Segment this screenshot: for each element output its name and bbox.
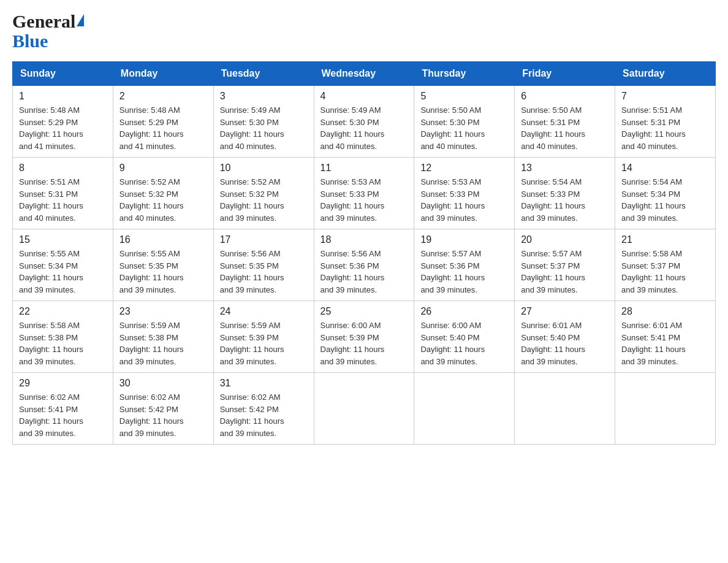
calendar-cell: 16Sunrise: 5:55 AMSunset: 5:35 PMDayligh… <box>113 229 213 301</box>
day-info: Sunrise: 5:50 AMSunset: 5:30 PMDaylight:… <box>420 104 508 152</box>
logo-blue-text: Blue <box>12 31 85 52</box>
day-number: 27 <box>521 306 609 317</box>
calendar-cell: 24Sunrise: 5:59 AMSunset: 5:39 PMDayligh… <box>213 301 314 373</box>
day-number: 28 <box>621 306 709 317</box>
calendar-cell <box>414 373 515 445</box>
calendar-header: Sunday Monday Tuesday Wednesday Thursday… <box>13 62 716 86</box>
logo: General Blue <box>12 12 85 52</box>
calendar-cell: 4Sunrise: 5:49 AMSunset: 5:30 PMDaylight… <box>314 86 414 158</box>
day-info: Sunrise: 5:56 AMSunset: 5:36 PMDaylight:… <box>320 248 408 296</box>
day-info: Sunrise: 5:53 AMSunset: 5:33 PMDaylight:… <box>320 176 408 224</box>
calendar-cell: 14Sunrise: 5:54 AMSunset: 5:34 PMDayligh… <box>615 158 716 229</box>
day-info: Sunrise: 5:53 AMSunset: 5:33 PMDaylight:… <box>420 176 508 224</box>
day-info: Sunrise: 5:55 AMSunset: 5:35 PMDaylight:… <box>119 248 207 296</box>
day-number: 12 <box>420 163 508 174</box>
calendar-cell: 27Sunrise: 6:01 AMSunset: 5:40 PMDayligh… <box>515 301 615 373</box>
calendar-cell: 21Sunrise: 5:58 AMSunset: 5:37 PMDayligh… <box>615 229 716 301</box>
day-number: 5 <box>420 91 508 102</box>
day-info: Sunrise: 6:02 AMSunset: 5:41 PMDaylight:… <box>19 391 107 439</box>
day-info: Sunrise: 6:01 AMSunset: 5:41 PMDaylight:… <box>621 320 709 367</box>
day-info: Sunrise: 5:57 AMSunset: 5:36 PMDaylight:… <box>420 248 508 296</box>
calendar-cell: 23Sunrise: 5:59 AMSunset: 5:38 PMDayligh… <box>113 301 213 373</box>
calendar-week-row: 15Sunrise: 5:55 AMSunset: 5:34 PMDayligh… <box>13 229 716 301</box>
day-number: 7 <box>621 91 709 102</box>
header-thursday: Thursday <box>414 62 515 86</box>
day-info: Sunrise: 5:48 AMSunset: 5:29 PMDaylight:… <box>119 104 207 152</box>
day-number: 17 <box>220 234 308 245</box>
day-number: 30 <box>119 378 207 389</box>
calendar-cell: 6Sunrise: 5:50 AMSunset: 5:31 PMDaylight… <box>515 86 615 158</box>
calendar-cell: 13Sunrise: 5:54 AMSunset: 5:33 PMDayligh… <box>515 158 615 229</box>
calendar-week-row: 29Sunrise: 6:02 AMSunset: 5:41 PMDayligh… <box>13 373 716 445</box>
day-number: 4 <box>320 91 408 102</box>
calendar-cell: 5Sunrise: 5:50 AMSunset: 5:30 PMDaylight… <box>414 86 515 158</box>
day-info: Sunrise: 5:48 AMSunset: 5:29 PMDaylight:… <box>19 104 107 152</box>
day-number: 8 <box>19 163 107 174</box>
calendar-body: 1Sunrise: 5:48 AMSunset: 5:29 PMDaylight… <box>13 86 716 445</box>
day-number: 15 <box>19 234 107 245</box>
day-number: 25 <box>320 306 408 317</box>
day-info: Sunrise: 5:49 AMSunset: 5:30 PMDaylight:… <box>220 104 308 152</box>
day-number: 14 <box>621 163 709 174</box>
day-info: Sunrise: 5:55 AMSunset: 5:34 PMDaylight:… <box>19 248 107 296</box>
header-saturday: Saturday <box>615 62 716 86</box>
calendar-cell <box>515 373 615 445</box>
calendar-cell: 12Sunrise: 5:53 AMSunset: 5:33 PMDayligh… <box>414 158 515 229</box>
calendar-cell: 20Sunrise: 5:57 AMSunset: 5:37 PMDayligh… <box>515 229 615 301</box>
day-info: Sunrise: 5:50 AMSunset: 5:31 PMDaylight:… <box>521 104 609 152</box>
calendar-cell: 8Sunrise: 5:51 AMSunset: 5:31 PMDaylight… <box>13 158 113 229</box>
day-info: Sunrise: 5:51 AMSunset: 5:31 PMDaylight:… <box>19 176 107 224</box>
day-number: 16 <box>119 234 207 245</box>
day-number: 6 <box>521 91 609 102</box>
header-tuesday: Tuesday <box>213 62 314 86</box>
day-info: Sunrise: 5:51 AMSunset: 5:31 PMDaylight:… <box>621 104 709 152</box>
day-number: 9 <box>119 163 207 174</box>
calendar-table: Sunday Monday Tuesday Wednesday Thursday… <box>12 61 716 445</box>
calendar-cell: 1Sunrise: 5:48 AMSunset: 5:29 PMDaylight… <box>13 86 113 158</box>
header-friday: Friday <box>515 62 615 86</box>
header-monday: Monday <box>113 62 213 86</box>
day-info: Sunrise: 6:00 AMSunset: 5:39 PMDaylight:… <box>320 320 408 367</box>
page-header: General Blue <box>12 12 716 52</box>
calendar-cell: 28Sunrise: 6:01 AMSunset: 5:41 PMDayligh… <box>615 301 716 373</box>
calendar-cell <box>615 373 716 445</box>
day-info: Sunrise: 6:00 AMSunset: 5:40 PMDaylight:… <box>420 320 508 367</box>
calendar-cell: 17Sunrise: 5:56 AMSunset: 5:35 PMDayligh… <box>213 229 314 301</box>
day-number: 23 <box>119 306 207 317</box>
calendar-week-row: 22Sunrise: 5:58 AMSunset: 5:38 PMDayligh… <box>13 301 716 373</box>
day-info: Sunrise: 5:58 AMSunset: 5:38 PMDaylight:… <box>19 320 107 367</box>
day-number: 11 <box>320 163 408 174</box>
calendar-cell: 3Sunrise: 5:49 AMSunset: 5:30 PMDaylight… <box>213 86 314 158</box>
calendar-cell: 9Sunrise: 5:52 AMSunset: 5:32 PMDaylight… <box>113 158 213 229</box>
calendar-cell: 19Sunrise: 5:57 AMSunset: 5:36 PMDayligh… <box>414 229 515 301</box>
calendar-cell: 30Sunrise: 6:02 AMSunset: 5:42 PMDayligh… <box>113 373 213 445</box>
day-number: 3 <box>220 91 308 102</box>
day-info: Sunrise: 5:59 AMSunset: 5:39 PMDaylight:… <box>220 320 308 367</box>
calendar-cell <box>314 373 414 445</box>
day-info: Sunrise: 5:56 AMSunset: 5:35 PMDaylight:… <box>220 248 308 296</box>
day-number: 18 <box>320 234 408 245</box>
day-info: Sunrise: 5:59 AMSunset: 5:38 PMDaylight:… <box>119 320 207 367</box>
calendar-cell: 31Sunrise: 6:02 AMSunset: 5:42 PMDayligh… <box>213 373 314 445</box>
header-row: Sunday Monday Tuesday Wednesday Thursday… <box>13 62 716 86</box>
day-number: 31 <box>220 378 308 389</box>
day-number: 10 <box>220 163 308 174</box>
day-info: Sunrise: 5:54 AMSunset: 5:34 PMDaylight:… <box>621 176 709 224</box>
day-info: Sunrise: 5:54 AMSunset: 5:33 PMDaylight:… <box>521 176 609 224</box>
day-number: 20 <box>521 234 609 245</box>
calendar-cell: 25Sunrise: 6:00 AMSunset: 5:39 PMDayligh… <box>314 301 414 373</box>
day-number: 29 <box>19 378 107 389</box>
day-info: Sunrise: 5:58 AMSunset: 5:37 PMDaylight:… <box>621 248 709 296</box>
calendar-cell: 2Sunrise: 5:48 AMSunset: 5:29 PMDaylight… <box>113 86 213 158</box>
calendar-cell: 29Sunrise: 6:02 AMSunset: 5:41 PMDayligh… <box>13 373 113 445</box>
header-sunday: Sunday <box>13 62 113 86</box>
header-wednesday: Wednesday <box>314 62 414 86</box>
day-info: Sunrise: 5:52 AMSunset: 5:32 PMDaylight:… <box>220 176 308 224</box>
day-info: Sunrise: 5:49 AMSunset: 5:30 PMDaylight:… <box>320 104 408 152</box>
logo-triangle-icon <box>77 14 84 26</box>
calendar-cell: 7Sunrise: 5:51 AMSunset: 5:31 PMDaylight… <box>615 86 716 158</box>
day-info: Sunrise: 6:01 AMSunset: 5:40 PMDaylight:… <box>521 320 609 367</box>
day-number: 19 <box>420 234 508 245</box>
day-number: 21 <box>621 234 709 245</box>
calendar-cell: 22Sunrise: 5:58 AMSunset: 5:38 PMDayligh… <box>13 301 113 373</box>
